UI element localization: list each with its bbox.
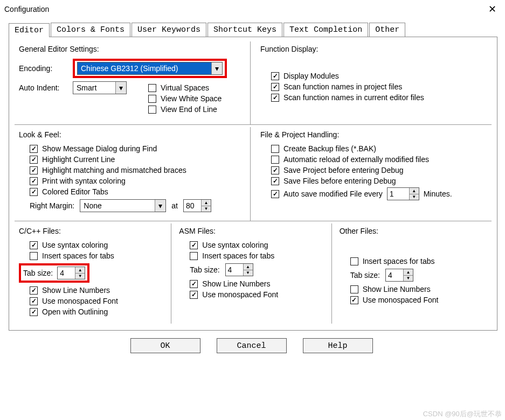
group-title: Look & Feel: [19,130,247,139]
check-virtual-spaces[interactable]: Virtual Spaces [148,83,222,92]
check-backup[interactable]: Create Backup files (*.BAK) [271,144,488,153]
chevron-down-icon[interactable]: ▾ [155,200,165,212]
check-asm-syntax[interactable]: Use syntax coloring [190,241,328,249]
check-asm-mono[interactable]: Use monospaced Font [190,290,328,299]
chevron-down-icon[interactable]: ▾ [211,62,222,74]
arrow-up-icon[interactable]: ▲ [202,200,211,206]
c-tabsize-highlight: Tab size: 4 ▲▼ [19,263,89,283]
group-c-files: C/C++ Files: Use syntax coloring Insert … [15,223,171,324]
check-scan-current[interactable]: Scan function names in current editor fi… [271,93,488,102]
group-title: ASM Files: [179,227,328,235]
right-margin-combo[interactable]: None ▾ [80,199,166,212]
group-general: General Editor Settings: Encoding: Chine… [15,41,250,125]
tab-editor[interactable]: Editor [9,23,50,37]
group-title: Other Files: [340,227,488,235]
chevron-down-icon[interactable]: ▾ [115,82,126,94]
help-button[interactable]: Help [303,338,373,353]
group-look-feel: Look & Feel: Show Message Dialog during … [15,127,250,221]
autoindent-label: Auto Indent: [19,81,67,92]
right-margin-at-spin[interactable]: 80 ▲▼ [183,199,211,212]
arrow-down-icon[interactable]: ▼ [410,194,419,200]
check-other-linenum[interactable]: Show Line Numbers [350,285,488,293]
c-tabsize-spin[interactable]: 4 ▲▼ [57,267,85,279]
tab-strip: Editor Colors & Fonts User Keywords Shor… [9,23,497,37]
encoding-highlight: Chinese GB2312 (Simplified) ▾ [73,59,227,78]
group-other-files: Other Files: Insert spaces for tabs Tab … [332,223,492,324]
group-file-project: File & Project Handling: Create Backup f… [250,127,492,221]
check-c-linenum[interactable]: Show Line Numbers [30,286,168,295]
check-colored-tabs[interactable]: Colored Editor Tabs [30,187,247,196]
arrow-up-icon[interactable]: ▲ [75,267,85,274]
arrow-up-icon[interactable]: ▲ [404,269,413,276]
group-function-display: Function Display: Display Modules Scan f… [250,41,492,125]
close-icon[interactable]: ✕ [485,3,500,15]
tab-colors[interactable]: Colors & Fonts [51,23,130,37]
check-scan-project[interactable]: Scan function names in project files [271,82,488,91]
watermark: CSDN @90后@玩世不恭 [423,409,502,419]
other-tabsize-label: Tab size: [350,271,380,279]
check-highlight-braces[interactable]: Highlight matching and mismatched braces [30,166,247,174]
tab-completion[interactable]: Text Completion [283,23,368,37]
arrow-down-icon[interactable]: ▼ [202,206,211,212]
c-tabsize-label: Tab size: [23,269,53,277]
check-other-mono[interactable]: Use monospaced Font [350,296,488,304]
check-display-modules[interactable]: Display Modules [271,72,488,80]
tab-other[interactable]: Other [369,23,405,37]
check-c-spaces[interactable]: Insert spaces for tabs [30,251,168,260]
right-margin-label: Right Margin: [30,201,74,210]
check-save-files[interactable]: Save Files before entering Debug [271,177,488,185]
check-c-outlining[interactable]: Open with Outlining [30,307,168,316]
tab-keywords[interactable]: User Keywords [132,23,206,37]
group-title: Function Display: [260,45,488,53]
autosave-minutes-spin[interactable]: 1 ▲▼ [387,187,419,200]
at-label: at [171,201,178,210]
check-asm-spaces[interactable]: Insert spaces for tabs [190,251,328,260]
group-title: C/C++ Files: [19,227,168,235]
check-other-spaces[interactable]: Insert spaces for tabs [350,257,488,265]
check-print-syntax[interactable]: Print with syntax coloring [30,177,247,185]
encoding-combo[interactable]: Chinese GB2312 (Simplified) ▾ [77,62,223,75]
asm-tabsize-spin[interactable]: 4 ▲▼ [225,263,253,276]
button-row: OK Cancel Help [5,331,497,359]
arrow-down-icon[interactable]: ▼ [75,274,85,279]
group-title: File & Project Handling: [260,130,488,139]
titlebar: Configuration ✕ [0,0,505,17]
group-title: General Editor Settings: [19,45,247,53]
encoding-value: Chinese GB2312 (Simplified) [78,62,211,74]
group-asm-files: ASM Files: Use syntax coloring Insert sp… [171,223,331,324]
ok-button[interactable]: OK [130,338,200,353]
autoindent-value: Smart [73,82,115,94]
check-c-mono[interactable]: Use monospaced Font [30,297,168,305]
check-msg-dialog[interactable]: Show Message Dialog during Find [30,144,247,153]
other-tabsize-spin[interactable]: 4 ▲▼ [385,269,413,282]
check-autoreload[interactable]: Automatic reload of externally modified … [271,155,488,164]
check-view-whitespace[interactable]: View White Space [148,94,222,103]
check-autosave[interactable]: Auto save modified File every 1 ▲▼ Minut… [271,187,488,200]
encoding-label: Encoding: [19,64,67,73]
check-c-syntax[interactable]: Use syntax coloring [30,241,168,249]
arrow-up-icon[interactable]: ▲ [410,188,419,194]
arrow-down-icon[interactable]: ▼ [404,276,413,282]
check-save-project[interactable]: Save Project before entering Debug [271,166,488,174]
arrow-up-icon[interactable]: ▲ [244,264,253,270]
asm-tabsize-label: Tab size: [190,265,219,274]
check-view-eol[interactable]: View End of Line [148,105,222,114]
autoindent-combo[interactable]: Smart ▾ [73,81,127,94]
tab-shortcuts[interactable]: Shortcut Keys [207,23,282,37]
window-title: Configuration [4,5,49,13]
arrow-down-icon[interactable]: ▼ [244,270,253,276]
cancel-button[interactable]: Cancel [217,338,287,353]
check-highlight-line[interactable]: Highlight Current Line [30,155,247,164]
check-asm-linenum[interactable]: Show Line Numbers [190,279,328,288]
tab-body: General Editor Settings: Encoding: Chine… [9,37,497,331]
